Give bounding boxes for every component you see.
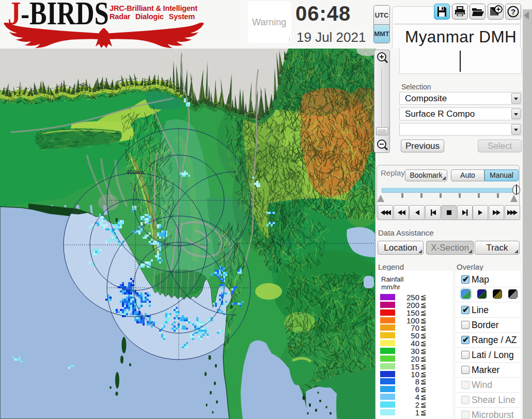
svg-text:450km: 450km [127,169,144,175]
svg-text:?: ? [511,7,515,16]
